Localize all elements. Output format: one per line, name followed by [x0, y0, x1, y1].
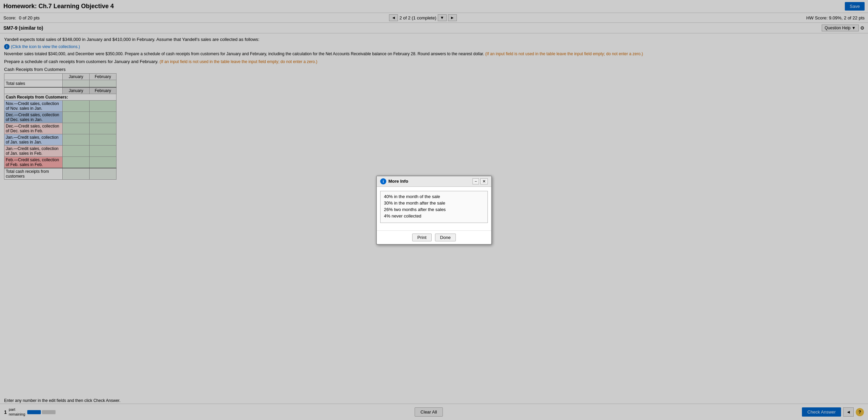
modal-header-left: i More Info — [380, 178, 408, 183]
modal-controls: − ✕ — [472, 178, 488, 183]
modal-minimize-button[interactable]: − — [472, 178, 479, 183]
modal-close-button[interactable]: ✕ — [480, 178, 488, 183]
more-info-modal: i More Info − ✕ 40% in the month of the … — [376, 176, 492, 183]
modal-header: i More Info − ✕ — [377, 176, 491, 183]
modal-title: More Info — [388, 179, 408, 183]
modal-overlay: i More Info − ✕ 40% in the month of the … — [0, 0, 868, 183]
modal-info-icon: i — [380, 178, 386, 183]
